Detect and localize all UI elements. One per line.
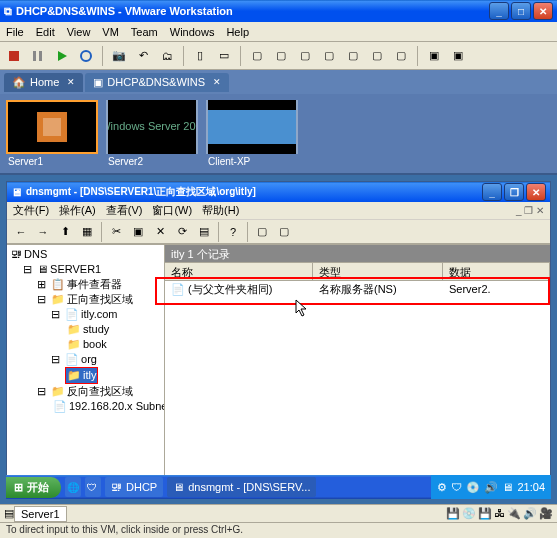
tree-eventviewer[interactable]: 📋 事件查看器	[49, 277, 124, 292]
screen7-icon[interactable]: ▢	[391, 46, 411, 66]
manager-icon[interactable]: 🗂	[157, 46, 177, 66]
tray-icon-4[interactable]: 🔊	[484, 481, 498, 494]
inner-menu-action[interactable]: 操作(A)	[59, 203, 96, 218]
sidebar-icon[interactable]: ▯	[190, 46, 210, 66]
close-tab-icon[interactable]: ✕	[67, 77, 75, 87]
t1-icon[interactable]: ▢	[252, 222, 272, 242]
tab-home[interactable]: 🏠 Home ✕	[4, 73, 83, 92]
inner-close-button[interactable]: ✕	[526, 183, 546, 201]
tree-zone-itlycom[interactable]: 📄 itly.com	[63, 307, 119, 322]
up-icon[interactable]: ⬆	[55, 222, 75, 242]
quicklaunch-2[interactable]: 🛡	[85, 477, 101, 497]
export-icon[interactable]: ▤	[194, 222, 214, 242]
menu-vm[interactable]: VM	[102, 26, 119, 38]
thumb-server1[interactable]: Server1	[6, 100, 98, 167]
inner-menu-window[interactable]: 窗口(W)	[152, 203, 192, 218]
thumb-server2[interactable]: Windows Server 2003 Server2	[106, 100, 198, 167]
cell-type: 名称服务器(NS)	[313, 282, 443, 297]
t2-icon[interactable]: ▢	[274, 222, 294, 242]
device-floppy-icon[interactable]: 💾	[478, 507, 492, 520]
tray-icon-5[interactable]: 🖥	[502, 481, 513, 493]
start-button[interactable]: ⊞ 开始	[6, 477, 61, 498]
thumb-clientxp[interactable]: Client-XP	[206, 100, 298, 167]
menu-help[interactable]: Help	[226, 26, 249, 38]
maximize-button[interactable]: □	[511, 2, 531, 20]
cut-icon[interactable]: ✂	[106, 222, 126, 242]
tab-active-label: DHCP&DNS&WINS	[107, 76, 205, 88]
stop-icon[interactable]	[4, 46, 24, 66]
close-button[interactable]: ✕	[533, 2, 553, 20]
minimize-button[interactable]: _	[489, 2, 509, 20]
inner-restore-button[interactable]: ❐	[504, 183, 524, 201]
device-vid-icon[interactable]: 🎥	[539, 507, 553, 520]
screen5-icon[interactable]: ▢	[343, 46, 363, 66]
tree-rev-subnet[interactable]: 📄 192.168.20.x Subnet	[51, 399, 165, 414]
tree-reverse-zones[interactable]: 📁 反向查找区域	[49, 384, 135, 399]
status-vm-icon: ▤	[4, 507, 14, 520]
mdi-controls[interactable]: _ ❐ ✕	[516, 205, 544, 216]
tree-zone-org[interactable]: 📄 org	[63, 352, 99, 367]
show-icon[interactable]: ▦	[77, 222, 97, 242]
col-type[interactable]: 类型	[313, 263, 443, 280]
back-icon[interactable]: ←	[11, 222, 31, 242]
taskbar-dnsmgmt-label: dnsmgmt - [DNS\SERV...	[188, 481, 310, 493]
tray-time[interactable]: 21:04	[517, 481, 545, 493]
inner-menu-help[interactable]: 帮助(H)	[202, 203, 239, 218]
device-usb-icon[interactable]: 🔌	[507, 507, 521, 520]
menu-windows[interactable]: Windows	[170, 26, 215, 38]
col-name[interactable]: 名称	[165, 263, 313, 280]
screen6-icon[interactable]: ▢	[367, 46, 387, 66]
screen4-icon[interactable]: ▢	[319, 46, 339, 66]
close-tab-icon[interactable]: ✕	[213, 77, 221, 87]
pause-icon[interactable]	[28, 46, 48, 66]
tool2-icon[interactable]: ▣	[448, 46, 468, 66]
menu-file[interactable]: File	[6, 26, 24, 38]
reset-icon[interactable]	[76, 46, 96, 66]
screen2-icon[interactable]: ▢	[271, 46, 291, 66]
device-hd-icon[interactable]: 💾	[446, 507, 460, 520]
del-icon[interactable]: ✕	[150, 222, 170, 242]
play-icon[interactable]	[52, 46, 72, 66]
tree-server[interactable]: 🖥 SERVER1	[35, 262, 103, 277]
tab-active[interactable]: ▣ DHCP&DNS&WINS ✕	[85, 73, 229, 92]
inner-menu-file[interactable]: 文件(F)	[13, 203, 49, 218]
tree-dns-root[interactable]: 🖳 DNS	[9, 247, 49, 262]
snapshot-icon[interactable]: 📷	[109, 46, 129, 66]
help-icon[interactable]: ?	[223, 222, 243, 242]
tray-icon-1[interactable]: ⚙	[437, 481, 447, 494]
separator	[417, 46, 418, 66]
home-icon: 🏠	[12, 76, 26, 89]
vmware-status-hint: To direct input to this VM, click inside…	[0, 522, 557, 538]
tree-itly-selected[interactable]: 📁 itly	[65, 367, 98, 384]
device-net-icon[interactable]: 🖧	[494, 507, 505, 520]
quicklaunch-1[interactable]: 🌐	[65, 477, 81, 497]
status-vm-name[interactable]: Server1	[14, 506, 67, 522]
screen3-icon[interactable]: ▢	[295, 46, 315, 66]
table-row[interactable]: 📄 (与父文件夹相同) 名称服务器(NS) Server2.	[165, 281, 550, 297]
menu-team[interactable]: Team	[131, 26, 158, 38]
separator	[101, 222, 102, 242]
taskbar-dhcp[interactable]: 🖳 DHCP	[105, 477, 163, 497]
dnsmgmt-task-icon: 🖥	[173, 481, 184, 493]
menu-edit[interactable]: Edit	[36, 26, 55, 38]
col-data[interactable]: 数据	[443, 263, 550, 280]
fav-icon[interactable]: ▭	[214, 46, 234, 66]
tool1-icon[interactable]: ▣	[424, 46, 444, 66]
taskbar-dnsmgmt[interactable]: 🖥 dnsmgmt - [DNS\SERV...	[167, 477, 316, 497]
forward-icon[interactable]: →	[33, 222, 53, 242]
inner-minimize-button[interactable]: _	[482, 183, 502, 201]
menu-view[interactable]: View	[67, 26, 91, 38]
list-header: itly 1 个记录	[165, 245, 550, 263]
revert-icon[interactable]: ↶	[133, 46, 153, 66]
tree-book[interactable]: 📁 book	[65, 337, 109, 352]
tray-icon-2[interactable]: 🛡	[451, 481, 462, 493]
device-cd-icon[interactable]: 💿	[462, 507, 476, 520]
tree-study[interactable]: 📁 study	[65, 322, 111, 337]
device-snd-icon[interactable]: 🔊	[523, 507, 537, 520]
tree-forward-zones[interactable]: 📁 正向查找区域	[49, 292, 135, 307]
inner-menu-view[interactable]: 查看(V)	[106, 203, 143, 218]
tray-icon-3[interactable]: 💿	[466, 481, 480, 494]
screen1-icon[interactable]: ▢	[247, 46, 267, 66]
props-icon[interactable]: ▣	[128, 222, 148, 242]
refresh-icon[interactable]: ⟳	[172, 222, 192, 242]
